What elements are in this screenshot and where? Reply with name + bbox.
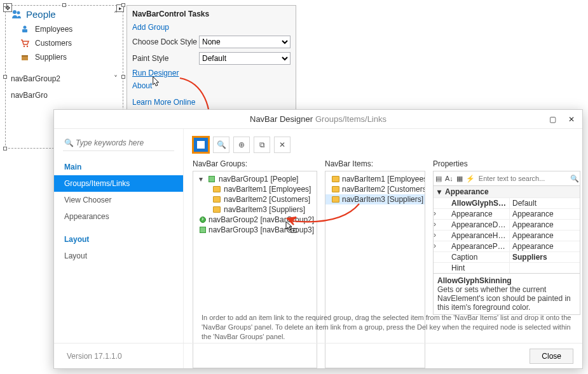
items-panel-label: NavBar Items: <box>325 159 425 168</box>
groups-panel-label: NavBar Groups: <box>193 159 317 168</box>
prop-row[interactable]: ›AppearanceHotTrackedAppearance <box>434 230 580 241</box>
svg-point-2 <box>24 26 27 29</box>
prop-row[interactable]: CaptionSuppliers <box>434 251 580 262</box>
sidebar-item-groups[interactable]: Groups/Items/Links <box>54 175 183 192</box>
learn-more-link[interactable]: Learn More Online <box>132 96 291 109</box>
properties-toolbar: ▤ A↓ ▦ ⚡ 🔍 <box>433 171 580 185</box>
sidebar-header-layout: Layout <box>54 229 183 248</box>
window-title: NavBar Designer <box>250 114 313 124</box>
tree-node-label: navBarItem3 [Suppliers] <box>224 205 305 214</box>
cart-icon <box>20 38 30 48</box>
list-item[interactable]: navBarItem1 [Employees] <box>325 174 425 184</box>
sidebar-item-appearances[interactable]: Appearances <box>54 208 183 225</box>
prop-value[interactable]: Suppliers <box>510 252 580 262</box>
resize-handle[interactable] <box>121 75 125 79</box>
toolbar-btn-save[interactable] <box>193 137 209 153</box>
resize-handle[interactable] <box>3 75 7 79</box>
run-designer-label: Run Designer <box>132 69 179 77</box>
prop-value[interactable]: Appearance <box>510 220 580 230</box>
sidebar-search[interactable]: 🔍 <box>63 138 174 151</box>
close-button[interactable]: ✕ <box>564 112 578 126</box>
resize-handle[interactable] <box>3 147 7 150</box>
prop-desc-name: AllowGlyphSkinning <box>437 276 576 285</box>
prop-value[interactable]: Appearance <box>510 209 580 219</box>
prop-row[interactable]: Hint <box>434 262 580 273</box>
dock-style-label: Choose Dock Style <box>132 37 199 46</box>
svg-point-0 <box>13 10 17 14</box>
sidebar-search-input[interactable] <box>74 138 173 148</box>
dock-style-select[interactable]: None <box>199 36 291 48</box>
tree-node-group3[interactable]: navBarGroup3 [navBarGroup3] <box>193 225 317 235</box>
close-button[interactable]: Close <box>530 349 573 364</box>
prop-category-label: Appearance <box>445 187 489 196</box>
svg-point-4 <box>24 46 25 47</box>
sidebar-item-layout[interactable]: Layout <box>54 248 183 264</box>
toolbar-btn-search[interactable]: 🔍 <box>213 137 229 153</box>
navbar-designer-window: NavBar Designer Groups/Items/Links ▢ ✕ 🔍… <box>53 109 583 369</box>
sidebar-item-viewchooser[interactable]: View Chooser <box>54 192 183 208</box>
resize-handle[interactable] <box>3 3 7 7</box>
titlebar[interactable]: NavBar Designer Groups/Items/Links ▢ ✕ <box>54 110 582 129</box>
prop-key: AppearanceDisabled <box>440 220 510 230</box>
designer-toolbar: 🔍 ⊕ ⧉ ✕ <box>184 129 588 159</box>
smart-tag-tasks-panel: NavBarControl Tasks Add Group Choose Doc… <box>126 5 296 114</box>
paint-style-select[interactable]: Default <box>199 52 291 65</box>
maximize-button[interactable]: ▢ <box>545 112 559 126</box>
resize-handle[interactable] <box>121 3 125 7</box>
prop-row[interactable]: ›AppearanceDisabledAppearance <box>434 219 580 230</box>
group-title: People <box>26 9 114 20</box>
resize-handle[interactable] <box>62 3 66 7</box>
property-grid[interactable]: ▾Appearance AllowGlyphSkinningDefault ›A… <box>433 185 580 274</box>
run-designer-link[interactable]: Run Designer <box>132 67 291 79</box>
properties-panel-label: Properties <box>433 159 580 168</box>
add-group-link[interactable]: Add Group <box>132 21 291 34</box>
prop-categorized-icon[interactable]: ▤ <box>435 173 442 184</box>
nav-item-employees[interactable]: Employees <box>6 22 123 36</box>
designer-hint-text: In order to add an item link to the requ… <box>54 307 582 342</box>
properties-search-input[interactable] <box>477 174 568 183</box>
prop-row[interactable]: AllowGlyphSkinningDefault <box>434 197 580 208</box>
prop-category[interactable]: ▾Appearance <box>434 186 580 197</box>
tree-node-label: navBarItem2 [Customers] <box>224 195 310 204</box>
tree-node-label: navBarGroup1 [People] <box>219 175 298 184</box>
list-item-label: navBarItem1 [Employees] <box>342 175 425 184</box>
prop-value[interactable]: Appearance <box>510 241 580 251</box>
prop-value[interactable] <box>510 263 580 273</box>
prop-key: Hint <box>440 263 510 273</box>
paint-style-label: Paint Style <box>132 54 199 63</box>
list-item-selected[interactable]: navBarItem3 [Suppliers] <box>325 194 425 204</box>
prop-events-icon[interactable]: ⚡ <box>465 173 475 184</box>
nav-item-suppliers[interactable]: Suppliers <box>6 50 123 64</box>
tree-node-item[interactable]: navBarItem3 [Suppliers] <box>193 204 317 215</box>
version-label: Version 17.1.1.0 <box>63 352 530 361</box>
svg-rect-9 <box>198 145 203 148</box>
navbar-group3[interactable]: navBarGro <box>6 87 123 104</box>
toolbar-btn-clone[interactable]: ⧉ <box>254 137 270 153</box>
prop-alpha-icon[interactable]: A↓ <box>444 173 454 184</box>
list-item-label: navBarItem3 [Suppliers] <box>342 195 423 204</box>
prop-row[interactable]: ›AppearancePressedAppearance <box>434 241 580 251</box>
tree-node-item[interactable]: navBarItem1 [Employees] <box>193 184 317 194</box>
search-icon[interactable]: 🔍 <box>570 173 580 184</box>
people-icon <box>11 8 22 20</box>
box-icon <box>20 52 30 62</box>
nav-item-customers[interactable]: Customers <box>6 36 123 50</box>
prop-filter-icon[interactable]: ▦ <box>456 173 463 184</box>
prop-value[interactable]: Appearance <box>510 230 580 241</box>
tree-node-group2-droptarget[interactable]: navBarGroup2 [navBarGroup2] <box>193 215 317 225</box>
toolbar-btn-delete[interactable]: ✕ <box>274 137 291 153</box>
list-item[interactable]: navBarItem2 [Customers] <box>325 184 425 194</box>
about-link[interactable]: About <box>132 79 291 92</box>
navbar-group-people[interactable]: People ˄ <box>6 6 123 22</box>
nav-item-label: Suppliers <box>35 53 67 62</box>
toolbar-btn-add[interactable]: ⊕ <box>233 137 250 153</box>
prop-value[interactable]: Default <box>510 198 580 208</box>
prop-row[interactable]: ›AppearanceAppearance <box>434 208 580 219</box>
tree-node-item[interactable]: navBarItem2 [Customers] <box>193 194 317 204</box>
svg-rect-10 <box>199 142 203 144</box>
prop-key: AppearancePressed <box>440 241 510 251</box>
navbar-group2[interactable]: navBarGroup2 ˅ <box>6 70 123 87</box>
designer-footer: Version 17.1.1.0 Close <box>54 343 582 368</box>
tasks-title: NavBarControl Tasks <box>132 10 291 18</box>
tree-node-group1[interactable]: ▾navBarGroup1 [People] <box>193 174 317 184</box>
